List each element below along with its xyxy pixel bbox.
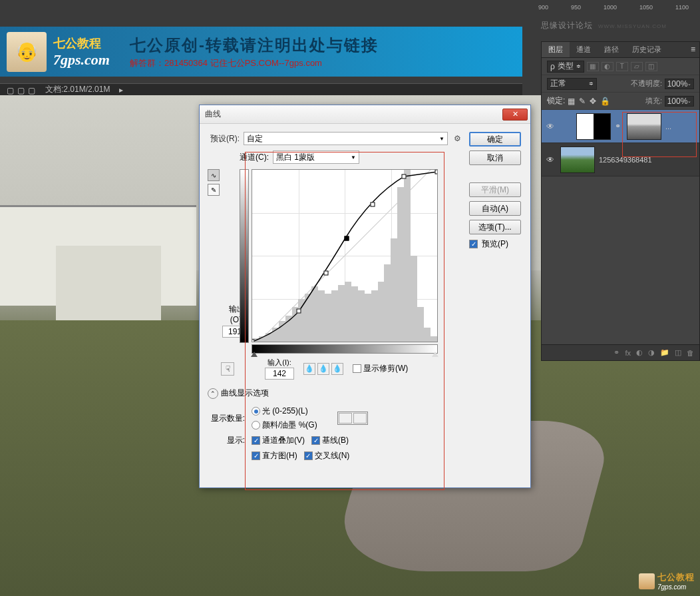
white-eyedropper-icon[interactable]: 💧 <box>331 363 343 375</box>
watermark-text: 思缘设计论坛 WWW.MISSYUAN.COM <box>541 20 667 31</box>
tab-history[interactable]: 历史记录 <box>625 42 668 57</box>
grid-size-toggle[interactable] <box>337 412 368 425</box>
lock-paint-icon[interactable]: ✎ <box>579 97 586 106</box>
status-icon: ▢ <box>28 86 36 94</box>
channel-overlay-checkbox[interactable]: 通道叠加(V) <box>252 435 305 446</box>
adjustment-icon[interactable]: ◑ <box>648 348 655 357</box>
auto-button[interactable]: 自动(A) <box>469 201 521 216</box>
display-qty-label: 显示数量: <box>208 413 245 424</box>
finger-tool-button[interactable]: ☟ <box>221 362 234 376</box>
status-icon: ▢ <box>17 86 25 94</box>
tab-paths[interactable]: 路径 <box>598 42 625 57</box>
lock-all-icon[interactable]: 🔒 <box>600 97 610 106</box>
filter-pixel-icon[interactable]: ▦ <box>587 62 599 71</box>
channel-dropdown[interactable]: 黑白 1蒙版 ▼ <box>273 150 359 164</box>
light-radio[interactable]: 光 (0-255)(L) <box>252 406 317 417</box>
banner-logo-icon: 👴 <box>7 32 47 72</box>
preview-checkbox[interactable]: 预览(P) <box>469 238 522 250</box>
layer-row[interactable]: 👁 ⚭ ... <box>542 110 699 143</box>
ink-radio[interactable]: 颜料/油墨 %(G) <box>252 420 317 431</box>
layer-name[interactable]: ... <box>665 123 697 131</box>
new-layer-icon[interactable]: ◫ <box>675 348 681 357</box>
doc-size: 文档:2.01M/2.01M <box>45 84 110 95</box>
adjustment-thumb[interactable] <box>576 113 611 140</box>
brand-name: 七公教程 <box>53 35 110 51</box>
intersect-checkbox[interactable]: 交叉线(N) <box>304 450 350 461</box>
smooth-button[interactable]: 平滑(M) <box>469 182 521 197</box>
black-eyedropper-icon[interactable]: 💧 <box>303 363 315 375</box>
show-label: 显示: <box>208 435 245 446</box>
blend-mode-dropdown[interactable]: 正常≑ <box>547 78 597 90</box>
close-button[interactable]: ✕ <box>502 109 528 121</box>
tutorial-banner: 👴 七公教程 7gps.com 七公原创-转载请注明出处与链接 解答群：2814… <box>0 27 522 77</box>
layer-row[interactable]: 👁 1256349368481 <box>542 143 699 176</box>
filter-shape-icon[interactable]: ▱ <box>631 62 643 71</box>
filter-type-icon[interactable]: T <box>616 62 628 71</box>
link-icon[interactable]: ⚭ <box>615 122 623 131</box>
filter-smart-icon[interactable]: ◫ <box>645 62 657 71</box>
fill-label: 填充: <box>645 96 662 106</box>
filter-adjust-icon[interactable]: ◐ <box>602 62 613 71</box>
banner-title: 七公原创-转载请注明出处与链接 <box>130 35 379 56</box>
show-clipping-checkbox[interactable]: 显示修剪(W) <box>353 363 408 374</box>
curve-graph[interactable] <box>252 169 438 342</box>
gray-eyedropper-icon[interactable]: 💧 <box>317 363 329 375</box>
ruler: 900 950 1000 1050 1100 <box>527 0 700 12</box>
mask-thumb[interactable] <box>627 113 661 140</box>
brand-url: 7gps.com <box>53 51 110 69</box>
curve-tool-button[interactable]: ∿ <box>208 169 220 181</box>
expand-arrow-icon[interactable]: ▸ <box>119 85 123 95</box>
dialog-title: 曲线 <box>205 109 502 120</box>
vertical-gradient <box>240 169 249 343</box>
filter-type-dropdown[interactable]: ρ类型≑ <box>547 61 584 73</box>
channel-label: 通道(C): <box>240 152 269 163</box>
fill-input[interactable]: 100%⌄ <box>665 96 694 107</box>
horizontal-gradient[interactable] <box>252 344 438 354</box>
trash-icon[interactable]: 🗑 <box>687 349 694 357</box>
input-label: 输入(I): <box>265 358 294 368</box>
cancel-button[interactable]: 取消 <box>469 150 521 165</box>
preset-dropdown[interactable]: 自定 ▼ <box>244 132 448 145</box>
gear-icon[interactable]: ⚙ <box>452 133 462 144</box>
panel-footer: ⚭ fx ◐ ◑ 📁 ◫ 🗑 <box>542 344 699 360</box>
white-slider[interactable] <box>432 352 438 357</box>
histogram-checkbox[interactable]: 直方图(H) <box>252 450 297 461</box>
banner-subtitle: 解答群：281450364 记住七公PS.COM--7gps.com <box>130 57 379 69</box>
lock-position-icon[interactable]: ✥ <box>590 97 596 106</box>
chevron-down-icon: ▼ <box>351 154 356 160</box>
link-layers-icon[interactable]: ⚭ <box>613 348 619 357</box>
panel-menu-icon[interactable]: ≡ <box>687 42 699 57</box>
group-icon[interactable]: 📁 <box>660 348 669 357</box>
opacity-input[interactable]: 100%⌄ <box>665 79 694 89</box>
visibility-toggle[interactable]: 👁 <box>544 121 556 133</box>
lock-label: 锁定: <box>547 95 565 107</box>
layer-name[interactable]: 1256349368481 <box>599 156 697 164</box>
preset-label: 预设(R): <box>208 133 240 145</box>
input-input[interactable] <box>265 368 294 380</box>
options-button[interactable]: 选项(T)... <box>469 220 521 234</box>
curves-dialog: 曲线 ✕ 预设(R): 自定 ▼ ⚙ 通道(C): 黑白 1蒙版 ▼ <box>199 105 531 488</box>
pencil-tool-button[interactable]: ✎ <box>208 184 220 196</box>
visibility-toggle[interactable]: 👁 <box>544 154 556 166</box>
black-slider[interactable] <box>251 352 258 357</box>
opacity-label: 不透明度: <box>631 79 662 89</box>
baseline-checkbox[interactable]: 基线(B) <box>311 435 349 446</box>
chevron-down-icon: ▼ <box>439 136 444 142</box>
tab-channels[interactable]: 通道 <box>570 42 598 57</box>
ok-button[interactable]: 确定 <box>469 132 521 147</box>
layers-panel: 图层 通道 路径 历史记录 ≡ ρ类型≑ ▦ ◐ T ▱ ◫ 正常≑ 不透明度:… <box>541 41 700 361</box>
fx-icon[interactable]: fx <box>625 349 631 357</box>
tab-layers[interactable]: 图层 <box>542 42 570 57</box>
corner-watermark: 七公教程 7gps.com <box>639 571 695 591</box>
collapse-button[interactable]: ⌃ <box>208 388 218 399</box>
status-icon: ▢ <box>7 86 15 94</box>
show-options-label: 曲线显示选项 <box>221 388 269 399</box>
status-bar: ▢ ▢ ▢ 文档:2.01M/2.01M ▸ <box>0 83 522 95</box>
lock-transparent-icon[interactable]: ▦ <box>568 97 575 106</box>
layer-thumb[interactable] <box>560 147 595 173</box>
dialog-titlebar[interactable]: 曲线 ✕ <box>200 105 530 124</box>
corner-logo-icon <box>639 573 655 589</box>
mask-icon[interactable]: ◐ <box>636 348 643 357</box>
